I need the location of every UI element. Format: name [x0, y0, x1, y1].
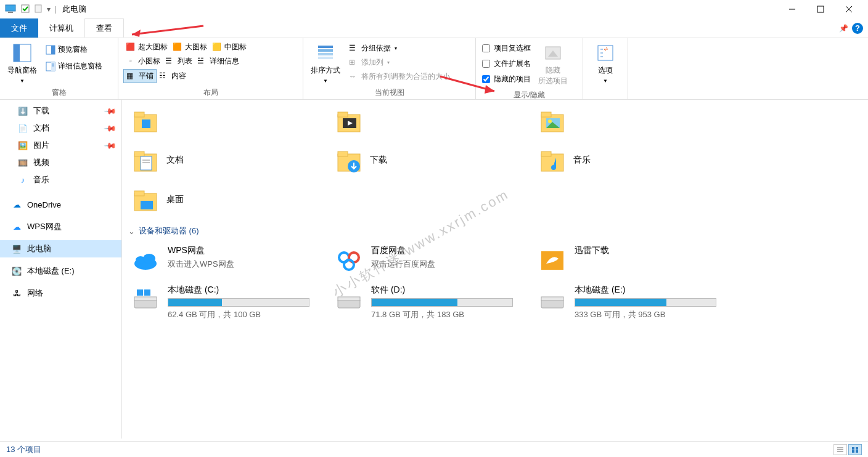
- sidebar-item-documents[interactable]: 📄文档📌: [0, 119, 121, 137]
- details-icon: ☱: [197, 57, 207, 67]
- preview-pane-button[interactable]: 预览窗格: [43, 43, 105, 56]
- details-pane-label: 详细信息窗格: [58, 61, 102, 71]
- layout-extralarge[interactable]: 🟥超大图标: [123, 41, 170, 54]
- svg-rect-70: [856, 447, 858, 450]
- close-button[interactable]: [835, 0, 863, 18]
- hidden-items-toggle[interactable]: 隐藏的项目: [481, 73, 532, 86]
- svg-rect-71: [852, 450, 854, 453]
- tiles-view-button[interactable]: [848, 444, 862, 455]
- drive-item-baidu[interactable]: 百度网盘双击运行百度网盘: [332, 243, 510, 277]
- small-icon: ▫️: [126, 57, 136, 67]
- sidebar-item-network[interactable]: 🖧网络: [0, 285, 121, 302]
- svg-rect-69: [852, 447, 854, 450]
- groupby-icon: ☰: [349, 44, 359, 54]
- documents-icon: 📄: [17, 123, 28, 134]
- navpane-label: 导航窗格: [7, 65, 37, 76]
- large-icon: 🟧: [173, 42, 182, 52]
- drive-sub: 333 GB 可用，共 953 GB: [575, 309, 716, 320]
- sidebar-item-drive-e[interactable]: 💽本地磁盘 (E:): [0, 262, 121, 280]
- ribbon-group-currentview: 排序方式 ▼ ☰分组依据▾ ⊞添加列▾ ↔将所有列调整为合适的大小 当前视图: [303, 38, 476, 99]
- hide-selected-button: 隐藏 所选项目: [536, 41, 570, 89]
- layout-details[interactable]: ☱详细信息: [195, 55, 242, 68]
- list-icon: ☰: [165, 57, 175, 67]
- drive-item-c[interactable]: 本地磁盘 (C:) 62.4 GB 可用，共 100 GB: [128, 282, 307, 323]
- navpane-button[interactable]: 导航窗格 ▼: [5, 41, 39, 86]
- sidebar-item-music[interactable]: ♪音乐: [0, 171, 121, 188]
- network-icon: 🖧: [11, 288, 22, 299]
- svg-rect-26: [338, 112, 348, 117]
- layout-small[interactable]: ▫️小图标: [123, 55, 163, 68]
- onedrive-icon: ☁: [11, 199, 22, 210]
- videos-icon: 🎞️: [17, 157, 28, 168]
- maximize-button[interactable]: [806, 0, 835, 18]
- checkbox-icon[interactable]: [21, 4, 30, 15]
- ribbon-group-options: 选项 ▼: [583, 38, 628, 99]
- drive-e-icon: [538, 285, 567, 314]
- item-checkboxes-toggle[interactable]: 项目复选框: [481, 42, 532, 55]
- chevron-down-icon: ▾: [387, 60, 390, 65]
- svg-rect-46: [141, 201, 153, 209]
- pictures-icon: 🖼️: [17, 140, 28, 151]
- groupby-button[interactable]: ☰分组依据▾: [346, 42, 452, 55]
- svg-rect-13: [51, 62, 55, 71]
- dropdown-icon[interactable]: ▾: [47, 5, 51, 14]
- folder-item-pictures-top[interactable]: [535, 103, 714, 138]
- sidebar-item-onedrive[interactable]: ☁OneDrive: [0, 196, 121, 213]
- sort-button[interactable]: 排序方式 ▼: [308, 41, 343, 86]
- folder-item-music[interactable]: 音乐: [535, 143, 714, 177]
- layout-tiles[interactable]: ▦平铺: [123, 69, 157, 83]
- svg-rect-45: [134, 191, 144, 196]
- layout-content[interactable]: ☷内容: [157, 69, 189, 83]
- options-button[interactable]: 选项 ▼: [588, 41, 623, 86]
- folder-label: 下载: [370, 155, 387, 166]
- help-button[interactable]: ?: [852, 23, 863, 34]
- details-pane-button[interactable]: 详细信息窗格: [43, 60, 105, 73]
- baidu-icon: [334, 245, 364, 275]
- svg-point-49: [143, 254, 155, 264]
- svg-rect-61: [541, 297, 563, 301]
- sidebar-item-videos[interactable]: 🎞️视频: [0, 154, 121, 171]
- tab-computer[interactable]: 计算机: [38, 18, 84, 38]
- sidebar-item-wpsdisk[interactable]: ☁WPS网盘: [0, 218, 121, 235]
- svg-rect-56: [137, 289, 143, 296]
- divider: |: [54, 5, 56, 14]
- details-view-button[interactable]: [833, 444, 847, 455]
- tab-view[interactable]: 查看: [84, 18, 124, 38]
- options-label: 选项: [598, 65, 613, 76]
- drive-item-wps[interactable]: WPS网盘双击进入WPS网盘: [128, 243, 307, 277]
- svg-rect-30: [541, 112, 551, 117]
- wps-icon: ☁: [11, 221, 22, 232]
- drive-item-xunlei[interactable]: 迅雷下载: [535, 243, 714, 277]
- drive-name: WPS网盘: [168, 245, 305, 256]
- file-icon[interactable]: [35, 4, 42, 15]
- folder-item-downloads[interactable]: 下载: [332, 143, 510, 177]
- folder-item-desktop[interactable]: 桌面: [128, 182, 307, 217]
- downloads-icon: ⬇️: [17, 105, 28, 116]
- folder-item-3dobjects[interactable]: [128, 103, 307, 138]
- drive-item-e[interactable]: 本地磁盘 (E:) 333 GB 可用，共 953 GB: [535, 282, 714, 323]
- tab-file[interactable]: 文件: [0, 18, 38, 38]
- tiles-icon: ▦: [126, 71, 136, 81]
- folder-item-videos-top[interactable]: [332, 103, 510, 138]
- folder-item-documents[interactable]: 文档: [128, 143, 307, 177]
- sidebar-item-pictures[interactable]: 🖼️图片📌: [0, 137, 121, 154]
- chevron-down-icon: ▼: [20, 78, 25, 84]
- layout-large[interactable]: 🟧大图标: [170, 41, 210, 54]
- file-extensions-toggle[interactable]: 文件扩展名: [481, 57, 532, 70]
- layout-medium[interactable]: 🟨中图标: [210, 41, 249, 54]
- pushpin-icon[interactable]: 📌: [839, 24, 848, 33]
- drive-item-d[interactable]: 软件 (D:) 71.8 GB 可用，共 183 GB: [332, 282, 510, 323]
- chevron-down-icon: ▾: [395, 46, 397, 51]
- sidebar-item-thispc[interactable]: 🖥️此电脑: [0, 240, 121, 257]
- hide-sub-label: 所选项目: [538, 76, 568, 86]
- group-devices-header[interactable]: ⌄ 设备和驱动器 (6): [128, 225, 862, 237]
- minimize-button[interactable]: [778, 0, 806, 18]
- group-devices-label: 设备和驱动器 (6): [139, 225, 199, 237]
- sidebar-item-downloads[interactable]: ⬇️下载📌: [0, 102, 121, 119]
- drive-name: 本地磁盘 (C:): [168, 285, 309, 296]
- svg-rect-55: [134, 297, 157, 301]
- layout-list[interactable]: ☰列表: [163, 55, 195, 68]
- folder-label: 文档: [166, 155, 184, 166]
- pc-icon: [5, 4, 16, 15]
- music-icon: ♪: [17, 174, 28, 185]
